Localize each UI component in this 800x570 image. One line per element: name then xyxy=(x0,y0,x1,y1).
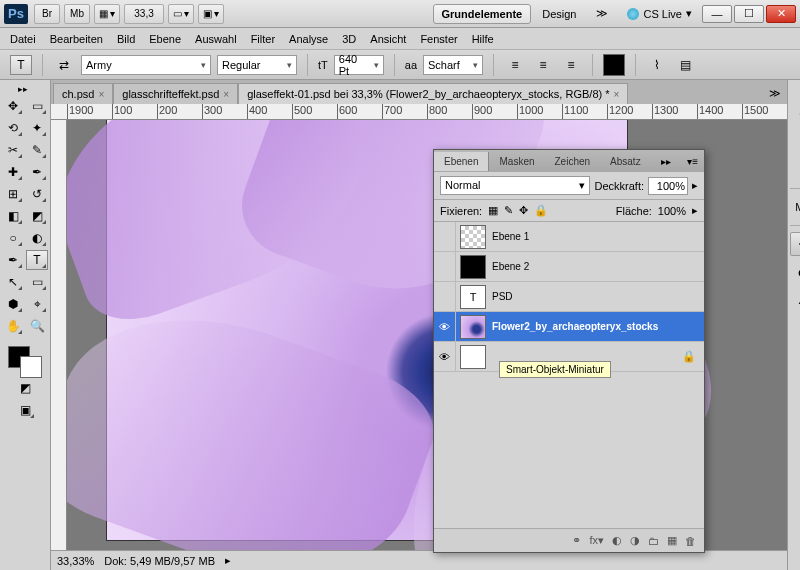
viewmode-button[interactable]: ▦ ▾ xyxy=(94,4,120,24)
dodge-tool[interactable]: ◐ xyxy=(26,228,48,248)
history-brush-tool[interactable]: ↺ xyxy=(26,184,48,204)
layers-panel[interactable]: Ebenen Masken Zeichen Absatz ▸▸ ▾≡ Norma… xyxy=(433,149,705,553)
dock-collapse[interactable]: ▸▸ xyxy=(790,86,800,102)
panel-collapse[interactable]: ▸▸ xyxy=(655,156,677,167)
fontstyle-dropdown[interactable]: Regular xyxy=(217,55,297,75)
menu-bild[interactable]: Bild xyxy=(117,33,135,45)
layer-thumb[interactable] xyxy=(460,255,486,279)
visibility-toggle[interactable] xyxy=(434,252,456,281)
arrange-button[interactable]: ▭ ▾ xyxy=(168,4,194,24)
cs-live[interactable]: CS Live ▾ xyxy=(627,7,692,20)
dock-clone[interactable]: ⊞Kopie... xyxy=(790,158,800,182)
menu-ebene[interactable]: Ebene xyxy=(149,33,181,45)
bg-color[interactable] xyxy=(20,356,42,378)
layer-thumb[interactable]: T xyxy=(460,285,486,309)
3d-tool[interactable]: ⬢ xyxy=(2,294,24,314)
align-left[interactable]: ≡ xyxy=(504,55,526,75)
tab-masken[interactable]: Masken xyxy=(489,152,544,171)
shape-tool[interactable]: ▭ xyxy=(26,272,48,292)
status-doc[interactable]: Dok: 5,49 MB/9,57 MB xyxy=(104,555,215,567)
doc-tab-0[interactable]: ch.psd× xyxy=(53,83,113,104)
visibility-toggle[interactable]: 👁 xyxy=(434,342,456,371)
char-panel-toggle[interactable]: ▤ xyxy=(674,55,696,75)
visibility-toggle[interactable] xyxy=(434,282,456,311)
lock-all[interactable]: 🔒 xyxy=(534,204,548,217)
menu-auswahl[interactable]: Auswahl xyxy=(195,33,237,45)
tab-overflow[interactable]: ≫ xyxy=(765,83,785,104)
dock-paragraph[interactable]: ¶Absatz xyxy=(790,316,800,340)
bridge-button[interactable]: Br xyxy=(34,4,60,24)
3dcam-tool[interactable]: ⌖ xyxy=(26,294,48,314)
minimize-button[interactable]: — xyxy=(702,5,732,23)
layer-name[interactable]: Ebene 1 xyxy=(490,231,704,242)
menu-analyse[interactable]: Analyse xyxy=(289,33,328,45)
lock-position[interactable]: ✥ xyxy=(519,204,528,217)
marquee-tool[interactable]: ▭ xyxy=(26,96,48,116)
pen-tool[interactable]: ✒ xyxy=(2,250,24,270)
size-dropdown[interactable]: 640 Pt xyxy=(334,55,384,75)
menu-filter[interactable]: Filter xyxy=(251,33,275,45)
blur-tool[interactable]: ○ xyxy=(2,228,24,248)
visibility-toggle[interactable]: 👁 xyxy=(434,312,456,341)
move-tool[interactable]: ✥ xyxy=(2,96,24,116)
adjustment-layer[interactable]: ◑ xyxy=(630,534,640,547)
stamp-tool[interactable]: ⊞ xyxy=(2,184,24,204)
eyedropper-tool[interactable]: ✎ xyxy=(26,140,48,160)
dock-character[interactable]: AZeichen xyxy=(790,288,800,312)
lock-image[interactable]: ✎ xyxy=(504,204,513,217)
warp-text[interactable]: ⌇ xyxy=(646,55,668,75)
wand-tool[interactable]: ✦ xyxy=(26,118,48,138)
visibility-toggle[interactable] xyxy=(434,222,456,251)
screenmode-tool[interactable]: ▣ xyxy=(14,400,36,420)
tab-zeichen[interactable]: Zeichen xyxy=(545,152,601,171)
zoom-tool[interactable]: 🔍 xyxy=(26,316,48,336)
text-color-swatch[interactable] xyxy=(603,54,625,76)
layer-name[interactable]: PSD xyxy=(490,291,704,302)
menu-3d[interactable]: 3D xyxy=(342,33,356,45)
tab-absatz[interactable]: Absatz xyxy=(600,152,651,171)
maximize-button[interactable]: ☐ xyxy=(734,5,764,23)
brush-tool[interactable]: ✒ xyxy=(26,162,48,182)
screenmode-button[interactable]: ▣ ▾ xyxy=(198,4,224,24)
opacity-slider[interactable]: ▸ xyxy=(692,179,698,192)
dock-brush[interactable]: ✎Pinsel xyxy=(790,130,800,154)
layer-row-selected[interactable]: 👁Flower2_by_archaeopteryx_stocks xyxy=(434,312,704,342)
layer-style[interactable]: fx▾ xyxy=(589,534,604,547)
menu-datei[interactable]: Datei xyxy=(10,33,36,45)
status-zoom[interactable]: 33,33% xyxy=(57,555,94,567)
layer-thumb[interactable] xyxy=(460,315,486,339)
layer-name[interactable]: Ebene 2 xyxy=(490,261,704,272)
align-center[interactable]: ≡ xyxy=(532,55,554,75)
dock-minibridge[interactable]: MbMini ... xyxy=(790,195,800,219)
fill-slider[interactable]: ▸ xyxy=(692,204,698,217)
zoom-field[interactable]: 33,3 xyxy=(124,4,164,24)
layer-row[interactable]: TPSD xyxy=(434,282,704,312)
close-icon[interactable]: × xyxy=(614,89,620,100)
tab-ebenen[interactable]: Ebenen xyxy=(434,152,489,171)
align-right[interactable]: ≡ xyxy=(560,55,582,75)
layer-thumb[interactable] xyxy=(460,225,486,249)
eraser-tool[interactable]: ◧ xyxy=(2,206,24,226)
lock-transparent[interactable]: ▦ xyxy=(488,204,498,217)
layer-row[interactable]: Ebene 1 xyxy=(434,222,704,252)
menu-bearbeiten[interactable]: Bearbeiten xyxy=(50,33,103,45)
font-dropdown[interactable]: Army xyxy=(81,55,211,75)
layer-mask[interactable]: ◐ xyxy=(612,534,622,547)
dock-brush-presets[interactable]: ✒Pinsel... xyxy=(790,102,800,126)
layer-row[interactable]: Ebene 2 xyxy=(434,252,704,282)
blend-mode-dropdown[interactable]: Normal ▾ xyxy=(440,176,590,195)
crop-tool[interactable]: ✂ xyxy=(2,140,24,160)
hand-tool[interactable]: ✋ xyxy=(2,316,24,336)
dock-masks[interactable]: ◐Masken xyxy=(790,260,800,284)
lasso-tool[interactable]: ⟲ xyxy=(2,118,24,138)
quickmask-toggle[interactable]: ◩ xyxy=(14,378,36,398)
close-button[interactable]: ✕ xyxy=(766,5,796,23)
doc-tab-1[interactable]: glasschrifteffekt.psd× xyxy=(113,83,238,104)
new-layer[interactable]: ▦ xyxy=(667,534,677,547)
delete-layer[interactable]: 🗑 xyxy=(685,535,696,547)
close-icon[interactable]: × xyxy=(98,89,104,100)
close-icon[interactable]: × xyxy=(223,89,229,100)
link-layers[interactable]: ⚭ xyxy=(572,534,581,547)
doc-tab-2[interactable]: glaseffekt-01.psd bei 33,3% (Flower2_by_… xyxy=(238,83,628,104)
path-tool[interactable]: ↖ xyxy=(2,272,24,292)
